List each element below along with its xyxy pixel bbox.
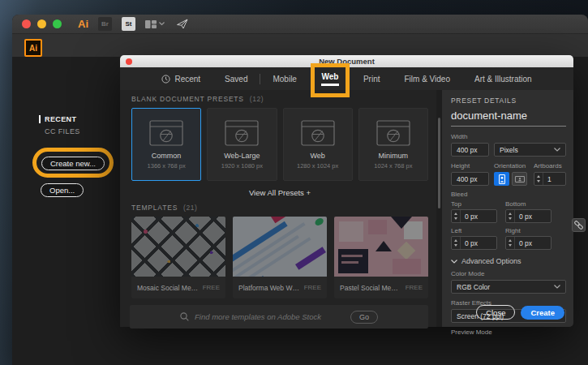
window-close-button[interactable] (22, 19, 31, 28)
tab-print[interactable]: Print (351, 67, 393, 90)
scrollbar-track[interactable] (436, 90, 442, 327)
bleed-right-label: Right (505, 227, 552, 234)
template-card-platforma[interactable]: Platforma Web Wireframe Kit FREE (233, 217, 327, 298)
orientation-portrait-button[interactable] (494, 172, 509, 186)
active-tab-underline (321, 84, 339, 86)
tab-art-illustration[interactable]: Art & Illustration (462, 67, 544, 90)
preset-grid: Common 1366 x 768 px Web-Large 1920 x 10… (131, 108, 428, 181)
paper-plane-icon (176, 19, 188, 29)
artboards-label: Artboards (534, 162, 566, 170)
height-label: Height (451, 162, 489, 170)
presets-heading: BLANK DOCUMENT PRESETS (12) (131, 95, 428, 103)
stepper-up-icon[interactable] (537, 175, 540, 178)
preset-card-common[interactable]: Common 1366 x 768 px (131, 108, 201, 181)
template-search-bar[interactable]: Find more templates on Adobe Stock Go (130, 305, 428, 328)
bleed-link-button[interactable] (572, 218, 586, 232)
preset-details-heading: PRESET DETAILS (451, 97, 566, 105)
illustrator-logo: Ai (24, 39, 42, 57)
dialog-close-button[interactable] (126, 58, 132, 65)
template-grid: Mosaic Social Media Moodboard... FREE (131, 217, 428, 298)
document-name-field[interactable]: document-name (451, 105, 566, 127)
tab-mobile[interactable]: Mobile (260, 67, 308, 90)
window-titlebar: Ai Br St (12, 15, 588, 34)
scrollbar-thumb[interactable] (438, 118, 440, 208)
search-placeholder: Find more templates on Adobe Stock (195, 312, 321, 321)
bridge-icon[interactable]: Br (98, 17, 112, 31)
clock-icon (161, 75, 170, 84)
selected-indicator (39, 115, 41, 123)
share-button[interactable] (176, 19, 188, 29)
search-icon (180, 312, 189, 321)
template-thumbnail (233, 217, 327, 277)
stepper-down-icon[interactable] (537, 180, 540, 182)
stock-icon[interactable]: St (122, 17, 135, 31)
new-document-dialog: New Document Recent Saved Mobile Web Pri… (120, 55, 573, 327)
free-badge: FREE (203, 284, 220, 291)
units-select[interactable]: Pixels (494, 143, 566, 157)
create-button[interactable]: Create (521, 306, 564, 320)
advanced-options-toggle[interactable]: Advanced Options (451, 257, 566, 265)
chevron-down-icon (159, 22, 165, 26)
preset-card-minimum[interactable]: Minimum 1024 x 768 px (358, 108, 428, 181)
tab-saved[interactable]: Saved (212, 67, 260, 90)
template-card-pastel[interactable]: Pastel Social Media Branding Set FREE (334, 217, 428, 298)
app-toolbar: Ai (12, 34, 588, 57)
create-new-button[interactable]: Create new... (41, 157, 105, 170)
preview-mode-label: Preview Mode (451, 328, 566, 336)
template-thumbnail (131, 217, 225, 277)
workspace-switcher[interactable] (145, 19, 165, 29)
dialog-titlebar: New Document (120, 55, 573, 67)
orientation-label: Orientation (494, 162, 529, 170)
bleed-right-stepper[interactable]: 0 px (505, 236, 552, 250)
web-browser-globe-icon (301, 120, 335, 146)
template-thumbnail (334, 217, 428, 277)
dialog-title: New Document (319, 57, 375, 66)
width-input[interactable]: 400 px (451, 143, 489, 157)
preset-card-web-large[interactable]: Web-Large 1920 x 1080 px (207, 108, 277, 181)
bleed-bottom-label: Bottom (505, 200, 552, 208)
workspace-grid-icon (145, 19, 157, 29)
sidebar-item-cc-files[interactable]: CC FILES (45, 127, 80, 135)
desktop: Ai Br St Ai (0, 0, 588, 365)
bleed-label: Bleed (451, 191, 566, 198)
color-mode-select[interactable]: RGB Color (451, 280, 566, 294)
dialog-tabbar: Recent Saved Mobile Web Print Film & Vid… (120, 67, 573, 90)
artboards-stepper[interactable]: 1 (534, 172, 566, 186)
template-card-mosaic[interactable]: Mosaic Social Media Moodboard... FREE (131, 217, 225, 298)
chevron-down-icon (554, 285, 560, 289)
web-browser-globe-icon (225, 120, 259, 146)
preset-details-panel: PRESET DETAILS document-name Width 400 p… (442, 90, 573, 327)
bleed-left-label: Left (451, 227, 497, 234)
free-badge: FREE (304, 284, 321, 291)
web-browser-globe-icon (376, 120, 410, 146)
color-mode-label: Color Mode (451, 270, 566, 277)
tab-recent[interactable]: Recent (149, 67, 212, 90)
sidebar-item-recent[interactable]: RECENT (39, 115, 76, 123)
tab-web[interactable]: Web (309, 67, 351, 90)
dialog-content: BLANK DOCUMENT PRESETS (12) Common (120, 90, 436, 327)
stepper-arrows[interactable] (534, 173, 543, 185)
preset-card-web[interactable]: Web 1280 x 1024 px (283, 108, 353, 181)
close-button[interactable]: Close (476, 305, 515, 320)
bleed-left-stepper[interactable]: 0 px (451, 236, 497, 250)
bleed-top-label: Top (451, 200, 497, 208)
view-all-presets-link[interactable]: View All Presets + (131, 188, 428, 197)
orientation-landscape-button[interactable] (512, 172, 527, 186)
open-button[interactable]: Open... (41, 183, 84, 197)
window-zoom-button[interactable] (53, 19, 62, 28)
chevron-down-icon (451, 260, 457, 264)
window-minimize-button[interactable] (37, 19, 46, 28)
illustrator-menu-logo: Ai (78, 18, 88, 30)
height-input[interactable]: 400 px (451, 172, 489, 186)
web-browser-globe-icon (149, 120, 183, 146)
chevron-down-icon (554, 148, 560, 152)
width-label: Width (451, 133, 566, 140)
bleed-top-stepper[interactable]: 0 px (451, 209, 497, 223)
annotation-highlight-create-new: Create new... (32, 148, 114, 178)
bleed-bottom-stepper[interactable]: 0 px (505, 209, 552, 223)
templates-heading: TEMPLATES (21) (131, 204, 428, 212)
tab-film-video[interactable]: Film & Video (392, 67, 462, 90)
search-go-button[interactable]: Go (350, 311, 378, 324)
chain-link-icon (574, 221, 583, 230)
landscape-icon (514, 174, 526, 184)
